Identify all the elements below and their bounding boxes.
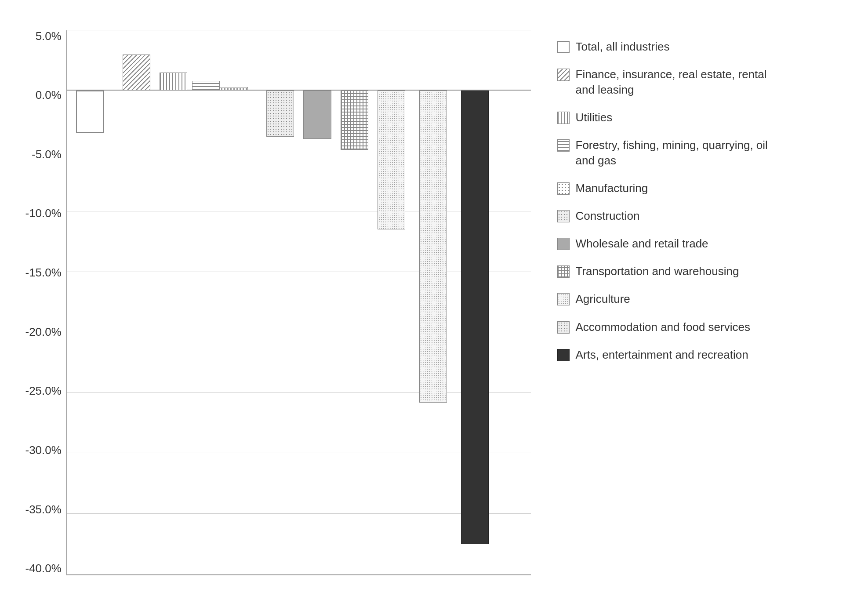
legend-label-manufacturing: Manufacturing bbox=[576, 181, 648, 196]
bar-wholesale bbox=[303, 91, 331, 139]
legend-item-forestry: Forestry, fishing, mining, quarrying, oi… bbox=[557, 138, 843, 168]
legend-swatch-accommodation bbox=[557, 321, 570, 334]
legend-item-transportation: Transportation and warehousing bbox=[557, 264, 843, 279]
legend-swatch-manufacturing bbox=[557, 182, 570, 195]
bar-accommodation bbox=[419, 91, 447, 403]
legend-swatch-total bbox=[557, 41, 570, 53]
bar-construction bbox=[266, 91, 294, 137]
legend-label-finance: Finance, insurance, real estate, rentala… bbox=[576, 67, 767, 98]
chart-area: 5.0% 0.0% -5.0% -10.0% -15.0% -20.0% -25… bbox=[25, 30, 531, 575]
bar-arts bbox=[461, 91, 489, 544]
grid-line-5 bbox=[67, 30, 531, 30]
y-label-n35: -35.0% bbox=[25, 504, 62, 515]
legend-label-accommodation: Accommodation and food services bbox=[576, 320, 750, 335]
legend-swatch-utilities bbox=[557, 112, 570, 124]
legend-label-wholesale: Wholesale and retail trade bbox=[576, 236, 708, 251]
legend-item-accommodation: Accommodation and food services bbox=[557, 320, 843, 335]
bar-transportation bbox=[341, 91, 368, 150]
legend-swatch-agriculture bbox=[557, 293, 570, 305]
legend-swatch-finance bbox=[557, 69, 570, 81]
legend-label-arts: Arts, entertainment and recreation bbox=[576, 347, 748, 363]
legend-swatch-wholesale bbox=[557, 238, 570, 250]
legend-item-manufacturing: Manufacturing bbox=[557, 181, 843, 196]
legend-label-transportation: Transportation and warehousing bbox=[576, 264, 739, 279]
legend-swatch-forestry bbox=[557, 139, 570, 152]
y-label-n10: -10.0% bbox=[25, 207, 62, 219]
bar-total bbox=[76, 91, 104, 133]
legend-item-finance: Finance, insurance, real estate, rentala… bbox=[557, 67, 843, 98]
y-label-n30: -30.0% bbox=[25, 444, 62, 456]
legend-swatch-construction bbox=[557, 210, 570, 222]
bar-forestry bbox=[192, 81, 220, 91]
grid-line--40 bbox=[67, 574, 531, 574]
legend-label-total: Total, all industries bbox=[576, 39, 670, 54]
legend-swatch-transportation bbox=[557, 265, 570, 278]
legend-item-arts: Arts, entertainment and recreation bbox=[557, 347, 843, 363]
legend-item-wholesale: Wholesale and retail trade bbox=[557, 236, 843, 251]
y-label-n40: -40.0% bbox=[25, 563, 62, 574]
legend-label-forestry: Forestry, fishing, mining, quarrying, oi… bbox=[576, 138, 768, 168]
legend-area: Total, all industries Finance, insurance… bbox=[531, 30, 843, 375]
bar-finance bbox=[123, 54, 150, 91]
legend-item-total: Total, all industries bbox=[557, 39, 843, 54]
y-label-n25: -25.0% bbox=[25, 385, 62, 396]
y-label-n15: -15.0% bbox=[25, 267, 62, 278]
legend-label-construction: Construction bbox=[576, 208, 640, 224]
bar-agriculture bbox=[378, 91, 405, 229]
y-label-n5: -5.0% bbox=[32, 149, 62, 160]
chart-container: 5.0% 0.0% -5.0% -10.0% -15.0% -20.0% -25… bbox=[17, 13, 852, 602]
y-label-5: 5.0% bbox=[36, 30, 62, 42]
legend-label-agriculture: Agriculture bbox=[576, 291, 630, 307]
legend-label-utilities: Utilities bbox=[576, 110, 613, 125]
chart-plot bbox=[66, 30, 531, 575]
bar-manufacturing bbox=[220, 87, 247, 91]
legend-item-utilities: Utilities bbox=[557, 110, 843, 125]
y-label-0: 0.0% bbox=[36, 89, 62, 101]
bar-utilities bbox=[160, 73, 187, 91]
legend-item-construction: Construction bbox=[557, 208, 843, 224]
y-label-n20: -20.0% bbox=[25, 326, 62, 338]
y-axis: 5.0% 0.0% -5.0% -10.0% -15.0% -20.0% -25… bbox=[25, 30, 66, 575]
legend-item-agriculture: Agriculture bbox=[557, 291, 843, 307]
legend-swatch-arts bbox=[557, 349, 570, 361]
